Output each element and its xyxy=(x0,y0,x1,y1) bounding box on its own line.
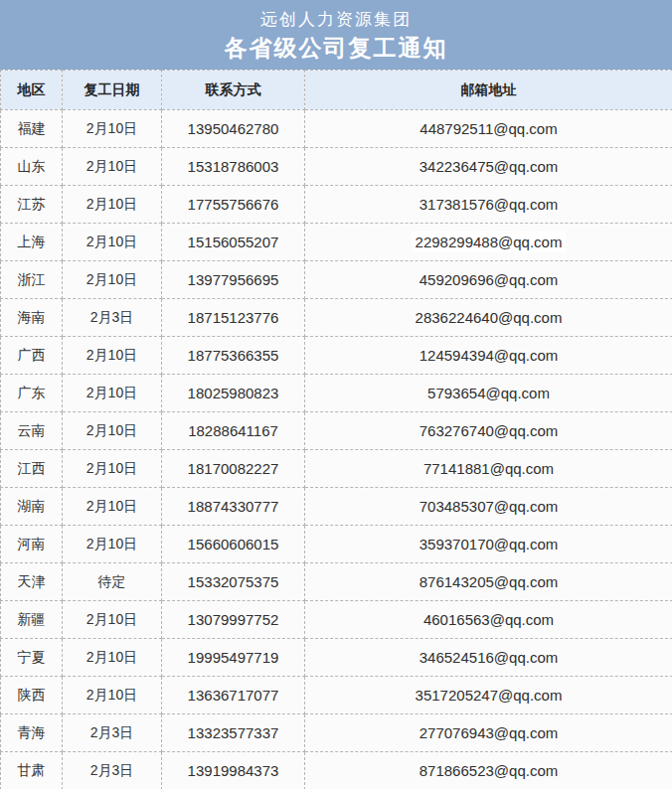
phone-cell: 18715123776 xyxy=(162,299,305,337)
phone-cell: 13636717077 xyxy=(162,677,305,714)
email-cell: 46016563@qq.com xyxy=(305,601,672,639)
email-cell: 346524516@qq.com xyxy=(305,639,672,677)
date-cell: 2月10日 xyxy=(63,601,162,639)
phone-cell: 15660606015 xyxy=(162,526,305,563)
region-cell: 云南 xyxy=(1,412,63,450)
phone-cell: 13323577337 xyxy=(162,714,305,752)
region-cell: 广西 xyxy=(1,337,63,375)
phone-cell: 15318786003 xyxy=(162,148,305,186)
company-name: 远创人力资源集团 xyxy=(260,9,412,31)
phone-cell: 18288641167 xyxy=(162,412,305,450)
table-row: 浙江2月10日13977956695459209696@qq.com xyxy=(1,261,672,299)
phone-cell: 13977956695 xyxy=(162,261,305,299)
email-cell: 277076943@qq.com xyxy=(305,714,672,752)
email-cell: 2836224640@qq.com xyxy=(305,299,672,337)
table-row: 青海2月3日13323577337277076943@qq.com xyxy=(1,714,672,752)
region-cell: 青海 xyxy=(1,714,63,752)
phone-cell: 18775366355 xyxy=(162,337,305,375)
date-cell: 2月10日 xyxy=(63,639,162,677)
table-row: 湖南2月10日18874330777703485307@qq.com xyxy=(1,488,672,526)
resumption-table: 地区 复工日期 联系方式 邮箱地址 福建2月10日139504627804487… xyxy=(0,70,672,789)
email-cell: 763276740@qq.com xyxy=(305,412,672,450)
region-cell: 陕西 xyxy=(1,677,63,714)
email-cell: 342236475@qq.com xyxy=(305,148,672,186)
region-cell: 上海 xyxy=(1,224,63,261)
table-row: 天津待定15332075375876143205@qq.com xyxy=(1,563,672,601)
banner: 远创人力资源集团 各省级公司复工通知 xyxy=(0,0,672,70)
page-title: 各省级公司复工通知 xyxy=(225,34,448,62)
table-body: 福建2月10日13950462780448792511@qq.com山东2月10… xyxy=(1,110,672,789)
date-cell: 2月10日 xyxy=(63,337,162,375)
table-row: 甘肃2月3日13919984373871866523@qq.com xyxy=(1,752,672,789)
col-header-region: 地区 xyxy=(1,71,63,110)
email-cell: 124594394@qq.com xyxy=(305,337,672,375)
table-row: 宁夏2月10日19995497719346524516@qq.com xyxy=(1,639,672,677)
phone-cell: 13950462780 xyxy=(162,110,305,148)
table-row: 陕西2月10日136367170773517205247@qq.com xyxy=(1,677,672,714)
region-cell: 福建 xyxy=(1,110,63,148)
email-cell: 77141881@qq.com xyxy=(305,450,672,488)
phone-cell: 18874330777 xyxy=(162,488,305,526)
region-cell: 天津 xyxy=(1,563,63,601)
phone-cell: 13919984373 xyxy=(162,752,305,789)
table-row: 福建2月10日13950462780448792511@qq.com xyxy=(1,110,672,148)
date-cell: 2月10日 xyxy=(63,488,162,526)
region-cell: 甘肃 xyxy=(1,752,63,789)
email-cell: 876143205@qq.com xyxy=(305,563,672,601)
email-cell: 3517205247@qq.com xyxy=(305,677,672,714)
date-cell: 2月10日 xyxy=(63,526,162,563)
table-row: 广东2月10日180259808235793654@qq.com xyxy=(1,375,672,412)
phone-cell: 19995497719 xyxy=(162,639,305,677)
col-header-email: 邮箱地址 xyxy=(305,71,672,110)
date-cell: 待定 xyxy=(63,563,162,601)
col-header-contact: 联系方式 xyxy=(162,71,305,110)
email-cell: 459209696@qq.com xyxy=(305,261,672,299)
region-cell: 海南 xyxy=(1,299,63,337)
date-cell: 2月10日 xyxy=(63,375,162,412)
table-row: 河南2月10日15660606015359370170@qq.com xyxy=(1,526,672,563)
table-header-row: 地区 复工日期 联系方式 邮箱地址 xyxy=(1,71,672,110)
region-cell: 广东 xyxy=(1,375,63,412)
highlighted-email: 2298299488@qq.com xyxy=(412,232,567,252)
phone-cell: 18025980823 xyxy=(162,375,305,412)
notice-page: 远创人力资源集团 各省级公司复工通知 地区 复工日期 联系方式 邮箱地址 福建2… xyxy=(0,0,672,789)
date-cell: 2月10日 xyxy=(63,224,162,261)
table-row: 山东2月10日15318786003342236475@qq.com xyxy=(1,148,672,186)
email-cell: 359370170@qq.com xyxy=(305,526,672,563)
region-cell: 浙江 xyxy=(1,261,63,299)
region-cell: 宁夏 xyxy=(1,639,63,677)
date-cell: 2月10日 xyxy=(63,110,162,148)
table-row: 海南2月3日187151237762836224640@qq.com xyxy=(1,299,672,337)
table-row: 上海2月10日151560552072298299488@qq.com xyxy=(1,224,672,261)
region-cell: 山东 xyxy=(1,148,63,186)
table-row: 江苏2月10日17755756676317381576@qq.com xyxy=(1,186,672,224)
region-cell: 江西 xyxy=(1,450,63,488)
region-cell: 湖南 xyxy=(1,488,63,526)
date-cell: 2月10日 xyxy=(63,186,162,224)
region-cell: 江苏 xyxy=(1,186,63,224)
date-cell: 2月10日 xyxy=(63,412,162,450)
table-row: 江西2月10日1817008222777141881@qq.com xyxy=(1,450,672,488)
email-cell: 2298299488@qq.com xyxy=(305,224,672,261)
date-cell: 2月10日 xyxy=(63,261,162,299)
phone-cell: 17755756676 xyxy=(162,186,305,224)
email-cell: 317381576@qq.com xyxy=(305,186,672,224)
email-cell: 871866523@qq.com xyxy=(305,752,672,789)
col-header-date: 复工日期 xyxy=(63,71,162,110)
region-cell: 新疆 xyxy=(1,601,63,639)
email-cell: 5793654@qq.com xyxy=(305,375,672,412)
date-cell: 2月10日 xyxy=(63,148,162,186)
table-row: 云南2月10日18288641167763276740@qq.com xyxy=(1,412,672,450)
phone-cell: 15156055207 xyxy=(162,224,305,261)
date-cell: 2月3日 xyxy=(63,752,162,789)
table-row: 新疆2月10日1307999775246016563@qq.com xyxy=(1,601,672,639)
date-cell: 2月10日 xyxy=(63,450,162,488)
date-cell: 2月3日 xyxy=(63,299,162,337)
date-cell: 2月3日 xyxy=(63,714,162,752)
phone-cell: 18170082227 xyxy=(162,450,305,488)
email-cell: 448792511@qq.com xyxy=(305,110,672,148)
table-row: 广西2月10日18775366355124594394@qq.com xyxy=(1,337,672,375)
date-cell: 2月10日 xyxy=(63,677,162,714)
email-cell: 703485307@qq.com xyxy=(305,488,672,526)
region-cell: 河南 xyxy=(1,526,63,563)
